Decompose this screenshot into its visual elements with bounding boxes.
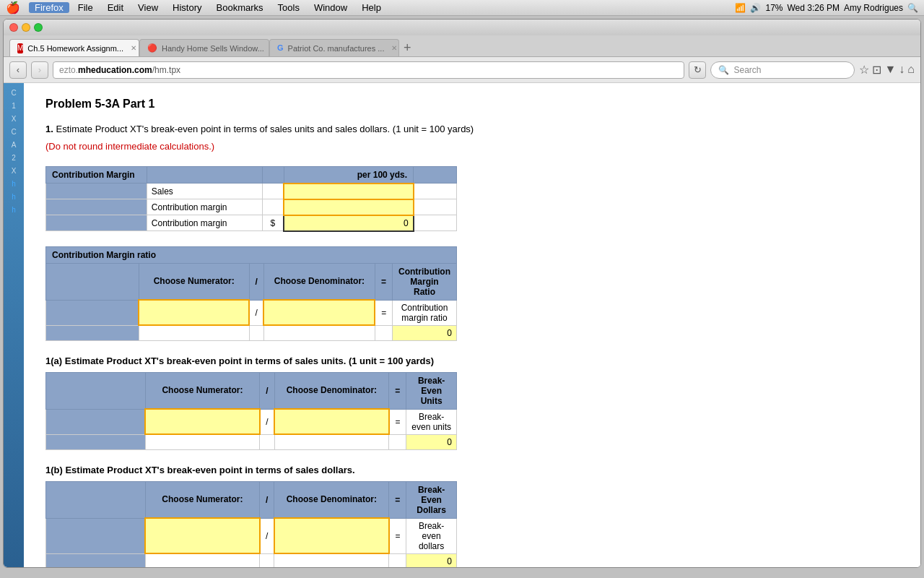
home-icon[interactable]: ⌂ — [907, 63, 915, 77]
sidebar-item-0[interactable]: C — [4, 86, 24, 99]
tab-patriot[interactable]: G Patriot Co. manufactures ... ✕ — [269, 39, 399, 56]
problem-title: Problem 5-3A Part 1 — [45, 98, 899, 111]
beu-equals: = — [389, 409, 406, 434]
sidebar-item-5[interactable]: 2 — [4, 151, 24, 164]
close-button[interactable] — [9, 23, 18, 32]
download-icon[interactable]: ↓ — [899, 63, 905, 77]
beu-choose-num-header: Choose Numerator: — [145, 372, 260, 409]
bed-denominator-field[interactable] — [279, 531, 384, 541]
menu-file[interactable]: File — [72, 2, 99, 13]
problem-instruction: 1. Estimate Product XT's break-even poin… — [45, 122, 899, 137]
bed-numerator-input[interactable] — [145, 518, 259, 553]
sidebar-item-2[interactable]: X — [4, 112, 24, 125]
bed-equals-header: = — [389, 481, 406, 518]
tab-label-2: Patriot Co. manufactures ... — [288, 44, 385, 53]
new-tab-button[interactable]: + — [404, 39, 411, 56]
bed-numerator-field[interactable] — [150, 531, 254, 541]
menu-firefox[interactable]: Firefox — [29, 2, 69, 13]
browser-window: M Ch.5 Homework Assignm... ✕ 🔴 Handy Hom… — [3, 19, 921, 568]
cm-sales-label: Sales — [147, 184, 262, 199]
sidebar-item-8[interactable]: h — [4, 190, 24, 203]
cm-sales-input[interactable] — [284, 184, 414, 199]
sidebar-item-7[interactable]: h — [4, 177, 24, 190]
cm-sales-empty1 — [262, 184, 284, 199]
no-round-note: (Do not round intermediate calculations.… — [45, 141, 899, 152]
sidebar-item-3[interactable]: C — [4, 125, 24, 138]
tab-ch5-homework[interactable]: M Ch.5 Homework Assignm... ✕ — [9, 39, 139, 56]
cm-ratio-formula-row: / = Contribution margin ratio — [46, 300, 457, 325]
search-icon[interactable]: 🔍 — [907, 3, 918, 13]
sidebar-item-1[interactable]: 1 — [4, 99, 24, 112]
cm-dollar-sign: $ — [262, 215, 284, 231]
beu-denominator-input[interactable] — [274, 409, 389, 434]
menu-view[interactable]: View — [132, 2, 164, 13]
sidebar: C 1 X C A 2 X h h h — [4, 83, 24, 568]
beu-result-row: 0 — [46, 434, 457, 449]
bed-result-empty — [46, 553, 146, 568]
beu-label-cell: Break-even units — [406, 409, 457, 434]
tab-bar: M Ch.5 Homework Assignm... ✕ 🔴 Handy Hom… — [4, 35, 920, 57]
beu-denominator-field[interactable] — [279, 417, 384, 427]
beu-result-empty1 — [145, 434, 260, 449]
sidebar-item-9[interactable]: h — [4, 203, 24, 216]
forward-button[interactable]: › — [31, 61, 48, 79]
beu-numerator-input[interactable] — [145, 409, 260, 434]
bookmarks-star-icon[interactable]: ☆ — [859, 63, 869, 77]
bed-sh-empty — [46, 481, 146, 518]
maximize-button[interactable] — [34, 23, 43, 32]
cm-ratio-header-row: Contribution Margin ratio — [46, 246, 457, 263]
bed-formula-row: / = Break-even dollars — [46, 518, 457, 553]
cm-ratio-equals-header: = — [375, 263, 392, 300]
tab-close-2[interactable]: ✕ — [391, 44, 397, 52]
break-even-units-table: Choose Numerator: / Choose Denominator: … — [45, 372, 457, 450]
sidebar-item-6[interactable]: X — [4, 164, 24, 177]
bed-slash-header: / — [260, 481, 274, 518]
cm-ratio-subheader: Choose Numerator: / Choose Denominator: … — [46, 263, 457, 300]
tab-handy-home[interactable]: 🔴 Handy Home Sells Window... ✕ — [139, 39, 269, 56]
bed-result-header: Break-Even Dollars — [406, 481, 457, 518]
minimize-button[interactable] — [22, 23, 30, 32]
beu-formula-row: / = Break-even units — [46, 409, 457, 434]
cm-ratio-denominator-input[interactable] — [263, 300, 375, 325]
back-button[interactable]: ‹ — [9, 61, 27, 79]
bed-result-empty4 — [389, 553, 406, 568]
cm-ratio-result-empty3 — [263, 325, 375, 340]
nav-icons: ☆ ⊡ ▼ ↓ ⌂ — [859, 63, 915, 77]
menu-window[interactable]: Window — [308, 2, 353, 13]
menu-help[interactable]: Help — [356, 2, 387, 13]
menu-tools[interactable]: Tools — [272, 2, 305, 13]
bed-denominator-input[interactable] — [274, 518, 389, 553]
beu-subheader: Choose Numerator: / Choose Denominator: … — [46, 372, 457, 409]
cm-header-per-unit: per 100 yds. — [284, 166, 414, 184]
cm-sales-input-field[interactable] — [289, 186, 409, 197]
volume-icon: 🔊 — [750, 3, 761, 13]
cm-row1-input-field[interactable] — [289, 202, 409, 212]
search-bar[interactable]: 🔍 Search — [710, 61, 855, 79]
cm-ratio-denominator-field[interactable] — [269, 308, 370, 318]
menu-edit[interactable]: Edit — [102, 2, 129, 13]
beu-numerator-field[interactable] — [150, 417, 255, 427]
menu-bookmarks[interactable]: Bookmarks — [211, 2, 269, 13]
cm-ratio-numerator-field[interactable] — [144, 308, 244, 318]
apple-menu[interactable]: 🍎 — [6, 1, 20, 14]
datetime: Wed 3:26 PM — [787, 3, 839, 13]
menu-history[interactable]: History — [167, 2, 207, 13]
break-even-units-instruction: 1(a) Estimate Product XT's break-even po… — [45, 355, 899, 366]
reload-button[interactable]: ↻ — [689, 61, 706, 79]
cm-header-empty1 — [147, 166, 262, 184]
reader-icon[interactable]: ⊡ — [872, 63, 881, 77]
url-bar[interactable]: ezto. mheducation.com /hm.tpx — [53, 61, 684, 79]
break-even-dollars-table: Choose Numerator: / Choose Denominator: … — [45, 481, 457, 569]
bed-label-cell: Break-even dollars — [406, 518, 457, 553]
cm-sales-empty2 — [414, 184, 457, 199]
cm-ratio-numerator-input[interactable] — [139, 300, 249, 325]
tab-favicon-1: 🔴 — [147, 43, 157, 53]
break-even-dollars-instruction: 1(b) Estimate Product XT's break-even po… — [45, 465, 899, 475]
tab-close-0[interactable]: ✕ — [131, 44, 136, 52]
sidebar-item-4[interactable]: A — [4, 138, 24, 151]
beu-sh-empty — [46, 372, 146, 409]
beu-result-value: 0 — [406, 434, 457, 449]
pocket-icon[interactable]: ▼ — [884, 63, 896, 77]
cm-row1-input[interactable] — [284, 199, 414, 215]
beu-formula-empty — [46, 409, 146, 434]
